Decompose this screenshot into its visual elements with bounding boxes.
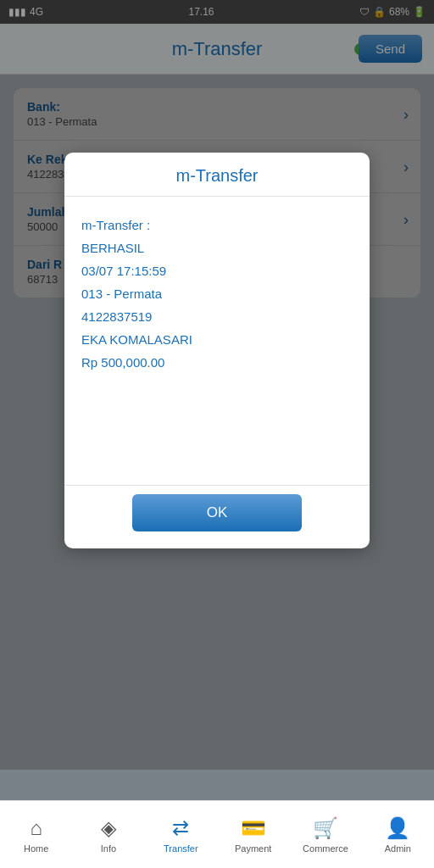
modal-line-3: 03/07 17:15:59 bbox=[81, 259, 353, 282]
nav-admin[interactable]: 👤 Admin bbox=[362, 816, 434, 854]
modal-footer: OK bbox=[64, 485, 370, 548]
modal-line-6: EKA KOMALASARI bbox=[81, 328, 353, 351]
nav-home[interactable]: ⌂ Home bbox=[0, 816, 72, 854]
admin-icon: 👤 bbox=[385, 816, 410, 840]
nav-transfer-label: Transfer bbox=[164, 843, 198, 854]
modal-body: m-Transfer : BERHASIL 03/07 17:15:59 013… bbox=[64, 197, 370, 485]
nav-commerce-label: Commerce bbox=[303, 843, 348, 854]
nav-admin-label: Admin bbox=[385, 843, 411, 854]
transfer-icon: ⇄ bbox=[172, 816, 189, 840]
nav-info[interactable]: ◈ Info bbox=[72, 816, 144, 854]
commerce-icon: 🛒 bbox=[313, 816, 338, 840]
modal-line-5: 4122837519 bbox=[81, 305, 353, 328]
info-icon: ◈ bbox=[101, 816, 116, 840]
modal-line-4: 013 - Permata bbox=[81, 282, 353, 305]
ok-button[interactable]: OK bbox=[132, 494, 302, 531]
nav-home-label: Home bbox=[24, 843, 48, 854]
modal-title: m-Transfer bbox=[175, 166, 258, 185]
home-icon: ⌂ bbox=[30, 816, 42, 840]
transfer-result-modal: m-Transfer m-Transfer : BERHASIL 03/07 1… bbox=[64, 153, 370, 548]
modal-line-1: m-Transfer : bbox=[81, 214, 353, 236]
nav-commerce[interactable]: 🛒 Commerce bbox=[289, 816, 361, 854]
payment-icon: 💳 bbox=[241, 816, 266, 840]
modal-line-2: BERHASIL bbox=[81, 236, 353, 259]
nav-payment[interactable]: 💳 Payment bbox=[217, 816, 289, 854]
modal-header: m-Transfer bbox=[64, 153, 370, 197]
modal-line-7: Rp 500,000.00 bbox=[81, 351, 353, 374]
nav-info-label: Info bbox=[101, 843, 116, 854]
nav-transfer[interactable]: ⇄ Transfer bbox=[145, 816, 217, 854]
bottom-navigation: ⌂ Home ◈ Info ⇄ Transfer 💳 Payment 🛒 Com… bbox=[0, 800, 434, 868]
nav-payment-label: Payment bbox=[235, 843, 271, 854]
